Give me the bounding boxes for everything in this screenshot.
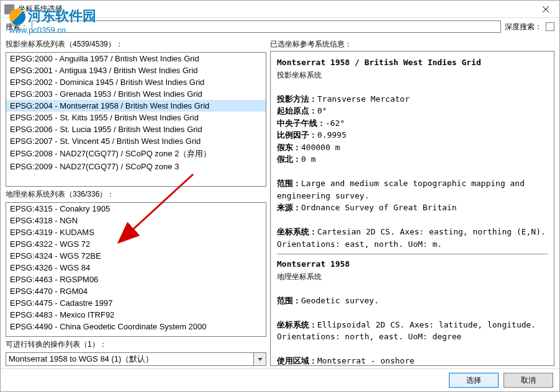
use-area-label: 使用区域： — [277, 356, 317, 365]
deep-search-checkbox[interactable] — [546, 22, 554, 31]
projected-label: 投影坐标系统列表（4539/4539）： — [6, 38, 266, 51]
scale-value: 0.9995 — [317, 130, 346, 140]
list-item[interactable]: EPSG:2003 - Grenada 1953 / British West … — [6, 88, 266, 100]
origin-value: 0° — [317, 106, 327, 115]
meridian-value: -62° — [325, 118, 345, 128]
projected-crs-list[interactable]: EPSG:2000 - Anguilla 1957 / British West… — [6, 52, 266, 187]
list-item[interactable]: EPSG:4322 - WGS 72 — [6, 238, 266, 250]
list-item[interactable]: EPSG:4470 - RGM04 — [6, 285, 266, 297]
scope-label: 范围： — [277, 179, 301, 188]
cs-value: Cartesian 2D CS. Axes: easting, northing… — [277, 227, 546, 249]
search-row: 搜索： 深度搜索： — [1, 18, 559, 35]
list-item[interactable]: EPSG:4483 - Mexico ITRF92 — [6, 309, 266, 321]
list-item[interactable]: EPSG:2004 - Montserrat 1958 / British We… — [6, 100, 266, 112]
list-item[interactable]: EPSG:4463 - RGSPM06 — [6, 274, 266, 285]
list-item[interactable]: EPSG:4490 - China Geodetic Coordinate Sy… — [6, 321, 266, 332]
list-item[interactable]: EPSG:2008 - NAD27(CGQ77) / SCoPQ zone 2（… — [6, 147, 266, 161]
list-item[interactable]: EPSG:2007 - St. Vincent 45 / British Wes… — [6, 135, 266, 147]
close-icon — [543, 6, 549, 12]
chevron-down-icon — [258, 358, 263, 361]
transform-label: 可进行转换的操作列表（1）： — [6, 338, 266, 351]
list-item[interactable]: EPSG:2000 - Anguilla 1957 / British West… — [6, 53, 266, 65]
list-item[interactable]: EPSG:4315 - Conakry 1905 — [6, 203, 266, 215]
list-item[interactable]: EPSG:2005 - St. Kitts 1955 / British Wes… — [6, 112, 266, 123]
false-e-value: 400000 m — [301, 143, 340, 152]
select-button[interactable]: 选择 — [449, 373, 499, 388]
titlebar: 坐标系统选择 — [1, 1, 559, 18]
false-n-label: 假北： — [277, 154, 301, 164]
list-item[interactable]: EPSG:4475 - Cadastre 1997 — [6, 297, 266, 309]
list-item[interactable]: EPSG:2001 - Antigua 1943 / British West … — [6, 65, 266, 76]
button-row: 选择 取消 — [1, 368, 559, 391]
deep-search-label: 深度搜索： — [505, 22, 542, 32]
cs-label: 坐标系统： — [277, 227, 317, 236]
false-e-label: 假东： — [277, 143, 301, 152]
list-item[interactable]: EPSG:4319 - KUDAMS — [6, 226, 266, 238]
transform-combo-row: Montserrat 1958 to WGS 84 (1)（默认） — [6, 352, 266, 366]
info-sub-2: 地理坐标系统 — [277, 272, 322, 281]
right-column: 已选坐标参考系统信息： Montserrat 1958 / British We… — [270, 38, 554, 366]
divider-1 — [277, 254, 548, 254]
info-sub-1: 投影坐标系统 — [277, 71, 322, 79]
window-title: 坐标系统选择 — [18, 4, 531, 14]
list-item[interactable]: EPSG:2009 - NAD27(CGQ77) / SCoPQ zone 3 — [6, 161, 266, 172]
false-n-value: 0 m — [301, 154, 315, 164]
list-item[interactable]: EPSG:4326 - WGS 84 — [6, 262, 266, 274]
scope-value: Large and medium scale topographic mappi… — [277, 179, 525, 200]
app-icon — [4, 4, 14, 14]
info-label: 已选坐标参考系统信息： — [270, 38, 554, 51]
geographic-crs-list[interactable]: EPSG:4315 - Conakry 1905EPSG:4318 - NGNE… — [6, 202, 266, 337]
proj-method-label: 投影方法： — [277, 94, 317, 104]
search-label: 搜索： — [6, 22, 28, 32]
scale-label: 比例因子： — [277, 130, 317, 140]
transform-combo[interactable]: Montserrat 1958 to WGS 84 (1)（默认） — [6, 352, 254, 366]
origin-label: 起始原点： — [277, 106, 317, 115]
geographic-label: 地理坐标系统列表（336/336）： — [6, 188, 266, 201]
close-button[interactable] — [531, 1, 559, 18]
list-item[interactable]: EPSG:4324 - WGS 72BE — [6, 250, 266, 262]
use-area-value: Montserrat - onshore — [317, 356, 415, 365]
cancel-button[interactable]: 取消 — [504, 373, 553, 388]
list-item[interactable]: EPSG:2006 - St. Lucia 1955 / British Wes… — [6, 123, 266, 135]
dialog-window: 河东软件园 www.pc0359.cn 坐标系统选择 搜索： 深度搜索： 投影坐… — [0, 0, 560, 392]
list-item[interactable]: EPSG:2002 - Dominica 1945 / British West… — [6, 76, 266, 88]
crs-info-panel[interactable]: Montserrat 1958 / British West Indies Gr… — [270, 51, 554, 366]
source-value: Ordnance Survey of Great Britain — [301, 203, 456, 212]
scope2-label: 范围： — [277, 296, 301, 305]
cs2-label: 坐标系统： — [277, 320, 317, 329]
info-title-1: Montserrat 1958 / British West Indies Gr… — [277, 58, 481, 67]
info-title-2: Montserrat 1958 — [277, 259, 350, 269]
meridian-label: 中央子午线： — [277, 118, 325, 128]
body-area: 投影坐标系统列表（4539/4539）： EPSG:2000 - Anguill… — [1, 35, 559, 368]
list-item[interactable]: EPSG:4318 - NGN — [6, 215, 266, 226]
source-label: 来源： — [277, 203, 301, 212]
left-column: 投影坐标系统列表（4539/4539）： EPSG:2000 - Anguill… — [6, 38, 266, 366]
scope2-value: Geodetic survey. — [301, 296, 379, 305]
combo-dropdown-button[interactable] — [254, 352, 266, 366]
search-input[interactable] — [32, 20, 501, 33]
proj-method-value: Transverse Mercator — [317, 94, 410, 104]
